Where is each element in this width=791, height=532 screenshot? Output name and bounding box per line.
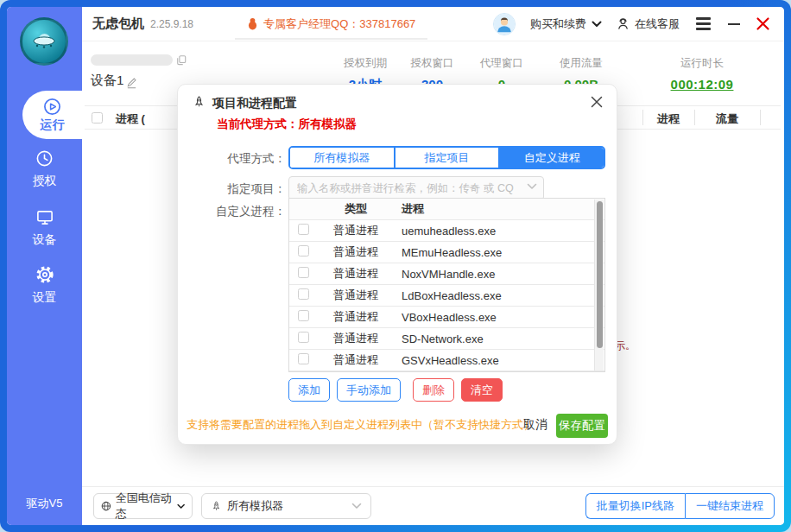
- drag-drop-tip: 支持将需要配置的进程拖入到自定义进程列表中（暂不支持快捷方式）: [187, 417, 535, 433]
- topbar-right: 购买和续费 在线客服: [493, 13, 774, 35]
- driver-version-label: 驱动V5: [7, 496, 82, 511]
- tab-custom-process[interactable]: 自定义进程: [500, 148, 604, 168]
- sidebar-item-label: 运行: [41, 117, 65, 133]
- play-circle-icon: [43, 98, 61, 116]
- row-checkbox[interactable]: [298, 245, 309, 256]
- scrollbar-thumb[interactable]: [597, 201, 603, 348]
- qq-penguin-icon: [247, 17, 258, 30]
- stat-run-time: 运行时长 000:12:09: [637, 56, 767, 92]
- edit-pencil-icon[interactable]: [126, 77, 137, 89]
- row-checkbox[interactable]: [298, 267, 309, 278]
- column-process: 进程: [395, 201, 604, 217]
- sidebar-item-label: 授权: [7, 174, 82, 189]
- process-name: uemuheadless.exe: [395, 225, 604, 238]
- table-row[interactable]: 普通进程 uemuheadless.exe: [289, 220, 604, 242]
- batch-switch-ip-button[interactable]: 批量切换IP线路: [585, 493, 685, 519]
- ip-line-label: 全国电信动态: [116, 491, 173, 522]
- dialog-close-button[interactable]: [591, 96, 603, 111]
- emulator-filter-dropdown[interactable]: 所有模拟器: [201, 493, 371, 519]
- proxy-mode-label: 代理方式：: [178, 151, 286, 167]
- sidebar-item-label: 设置: [7, 290, 82, 306]
- topbar: 无虑包机 2.25.9.18 专属客户经理QQ：337817667 购买和续费: [82, 7, 784, 41]
- qq-manager-text: 专属客户经理QQ：337817667: [263, 16, 415, 32]
- process-type: 普通进程: [317, 266, 395, 282]
- sidebar-item-run[interactable]: 运行: [22, 91, 82, 139]
- close-window-button[interactable]: [756, 16, 770, 31]
- buy-renew-label: 购买和续费: [530, 16, 586, 32]
- chevron-down-icon: [351, 503, 362, 510]
- menu-icon[interactable]: [694, 16, 712, 31]
- table-header-row: 类型 进程: [289, 199, 604, 220]
- proxy-mode-tabs: 所有模拟器 指定项目 自定义进程: [288, 146, 605, 169]
- manual-add-button[interactable]: 手动添加: [337, 378, 401, 402]
- process-name: MEmuHeadless.exe: [395, 246, 604, 259]
- row-checkbox[interactable]: [298, 332, 309, 343]
- process-type: 普通进程: [317, 352, 395, 368]
- sidebar-item-label: 设备: [7, 232, 82, 248]
- tab-all-emulators[interactable]: 所有模拟器: [290, 148, 396, 168]
- rocket-icon: [193, 95, 206, 109]
- device-name: 设备1: [91, 73, 123, 89]
- process-type: 普通进程: [317, 309, 395, 325]
- table-row[interactable]: 普通进程 GSVxHeadless.exe: [289, 350, 604, 371]
- dialog-title: 项目和进程配置: [212, 96, 297, 111]
- minimize-button[interactable]: [727, 18, 741, 30]
- rocket-icon: [211, 500, 222, 512]
- support-agent-icon: [617, 17, 630, 30]
- process-type: 普通进程: [317, 288, 395, 303]
- select-all-checkbox[interactable]: [92, 112, 103, 124]
- process-type: 普通进程: [317, 331, 395, 346]
- chevron-down-icon: [592, 21, 602, 28]
- column-traffic: 流量: [694, 111, 760, 127]
- specify-project-label: 指定项目：: [178, 181, 286, 197]
- process-name: GSVxHeadless.exe: [395, 354, 604, 367]
- bottom-right-buttons: 批量切换IP线路 一键结束进程: [585, 493, 775, 519]
- clipped-red-text: 示。: [615, 339, 636, 353]
- online-support-button[interactable]: 在线客服: [617, 16, 680, 32]
- process-name: SD-Network.exe: [395, 332, 604, 345]
- tab-specified-project[interactable]: 指定项目: [396, 148, 501, 168]
- table-row[interactable]: 普通进程 NoxVMHandle.exe: [289, 263, 604, 285]
- row-checkbox[interactable]: [298, 224, 309, 235]
- chevron-down-icon: [177, 504, 185, 510]
- table-row[interactable]: 普通进程 MEmuHeadless.exe: [289, 242, 604, 263]
- close-icon: [591, 96, 603, 108]
- project-search-input[interactable]: [288, 176, 544, 200]
- column-process: 进程: [642, 111, 694, 127]
- qq-manager-notice: 专属客户经理QQ：337817667: [235, 9, 427, 40]
- sidebar-item-device[interactable]: 设备: [7, 208, 82, 248]
- row-checkbox[interactable]: [298, 288, 309, 300]
- table-row[interactable]: 普通进程 LdBoxHeadless.exe: [289, 285, 604, 307]
- table-row[interactable]: 普通进程 VBoxHeadless.exe: [289, 307, 604, 328]
- add-button[interactable]: 添加: [288, 378, 330, 402]
- app-logo: [20, 17, 68, 66]
- table-scrollbar: [594, 200, 604, 370]
- custom-process-table: 类型 进程 普通进程 uemuheadless.exe 普通进程 MEmuHea…: [288, 198, 605, 372]
- avatar-icon: [494, 14, 515, 35]
- table-row[interactable]: 普通进程 SD-Network.exe: [289, 328, 604, 350]
- app-version: 2.25.9.18: [150, 18, 193, 30]
- copy-icon[interactable]: [176, 54, 187, 66]
- clear-button[interactable]: 清空: [461, 378, 503, 402]
- row-checkbox[interactable]: [298, 310, 309, 321]
- delete-button[interactable]: 删除: [413, 378, 454, 402]
- column-type: 类型: [317, 201, 395, 217]
- globe-icon: [101, 500, 111, 512]
- sidebar-item-license[interactable]: 授权: [7, 149, 82, 189]
- process-type: 普通进程: [317, 244, 395, 260]
- kill-all-processes-button[interactable]: 一键结束进程: [685, 493, 775, 519]
- save-config-button[interactable]: 保存配置: [556, 414, 608, 438]
- cancel-button[interactable]: 取消: [523, 417, 547, 433]
- sidebar-item-settings[interactable]: 设置: [7, 265, 82, 306]
- project-process-config-dialog: 项目和进程配置 当前代理方式：所有模拟器 代理方式： 所有模拟器 指定项目 自定…: [177, 84, 617, 445]
- ip-line-dropdown[interactable]: 全国电信动态: [93, 493, 193, 519]
- row-checkbox[interactable]: [298, 353, 309, 364]
- close-icon: [756, 16, 770, 31]
- avatar[interactable]: [493, 13, 516, 35]
- monitor-icon: [35, 208, 54, 226]
- buy-renew-button[interactable]: 购买和续费: [530, 16, 602, 32]
- column-process-clipped: 进程 (: [116, 111, 145, 127]
- redacted-license-key: [91, 54, 173, 66]
- table-action-buttons: 添加 手动添加 删除 清空: [288, 378, 503, 402]
- current-proxy-mode-text: 当前代理方式：所有模拟器: [217, 117, 357, 132]
